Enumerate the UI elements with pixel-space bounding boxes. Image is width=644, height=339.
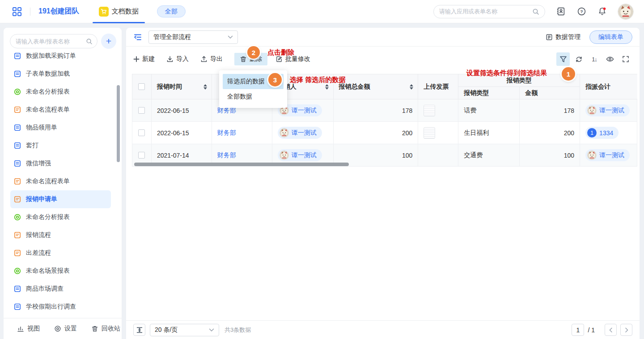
sidebar-item[interactable]: 未命名分析报表 bbox=[10, 83, 111, 101]
user-avatar[interactable] bbox=[618, 4, 633, 19]
menu-item-all-data[interactable]: 全部数据 bbox=[223, 89, 284, 104]
form-icon bbox=[14, 142, 21, 149]
invoice-thumbnail[interactable] bbox=[424, 127, 435, 139]
sort-toggle[interactable] bbox=[203, 84, 207, 90]
sidebar-item[interactable]: 微信增强 bbox=[10, 154, 111, 172]
import-icon bbox=[166, 56, 174, 63]
row-checkbox[interactable] bbox=[138, 107, 145, 114]
accountant-pill[interactable]: 谭一测试 bbox=[585, 104, 630, 116]
topbar-right: ? bbox=[433, 4, 644, 19]
export-button[interactable]: 导出 bbox=[200, 53, 223, 65]
sidebar-header: + bbox=[4, 31, 122, 51]
sidebar-item[interactable]: 数据加载采购订单 bbox=[10, 51, 111, 65]
header-type[interactable]: 报销类型 bbox=[458, 87, 520, 99]
page-size-value: 20 条/页 bbox=[155, 326, 178, 334]
sidebar-item[interactable]: 未命名分析报表 bbox=[10, 208, 111, 226]
user-avatar-small bbox=[587, 150, 597, 160]
import-button[interactable]: 导入 bbox=[166, 53, 189, 65]
horizontal-scrollbar[interactable] bbox=[134, 163, 349, 166]
form-search-input[interactable] bbox=[16, 38, 86, 45]
flow-form-icon bbox=[14, 106, 21, 113]
header-total[interactable]: 报销总金额 bbox=[334, 74, 419, 99]
help-icon[interactable]: ? bbox=[577, 7, 586, 16]
topbar-left: 191创建团队 文档数据 全部 bbox=[0, 0, 186, 23]
contacts-icon[interactable] bbox=[556, 7, 566, 16]
notification-bell-icon[interactable] bbox=[597, 7, 607, 16]
user-pill[interactable]: 谭一测试 bbox=[278, 149, 322, 161]
new-label: 新建 bbox=[142, 55, 155, 63]
cell-type: 交通费 bbox=[458, 144, 520, 166]
row-checkbox[interactable] bbox=[138, 152, 145, 159]
cell-invoice bbox=[418, 99, 458, 121]
sidebar-item[interactable]: 未命名流程表单 bbox=[10, 172, 111, 190]
sidebar-item[interactable]: 未命名流程表单 bbox=[10, 101, 111, 119]
report-icon bbox=[14, 267, 21, 275]
sidebar-item-label: 出差流程 bbox=[26, 249, 51, 257]
table-tools: 1↓ bbox=[556, 52, 632, 66]
invoice-thumbnail[interactable] bbox=[424, 105, 435, 116]
row-checkbox[interactable] bbox=[138, 129, 145, 136]
header-invoice[interactable]: 上传发票 bbox=[418, 74, 458, 99]
sidebar-item[interactable]: 报销申请单 bbox=[10, 190, 111, 208]
sidebar-item[interactable]: 套打 bbox=[10, 137, 111, 154]
sidebar-scrollbar[interactable] bbox=[117, 85, 120, 162]
accountant-phone-pill[interactable]: 1 1334 bbox=[585, 127, 619, 139]
sidebar-item[interactable]: 子表单数据加载 bbox=[10, 65, 111, 83]
cell-invoice bbox=[418, 144, 458, 166]
sidebar-item[interactable]: 报销流程 bbox=[10, 226, 111, 244]
team-name[interactable]: 191创建团队 bbox=[38, 7, 79, 16]
data-manage-button[interactable]: 数据管理 bbox=[546, 33, 580, 41]
filter-icon[interactable] bbox=[556, 52, 570, 66]
global-search-input[interactable] bbox=[439, 8, 532, 15]
table-row: 2022-06-15 财务部 谭一测试 200 生日福利 200 bbox=[132, 122, 637, 144]
cell-dept: 财务部 bbox=[212, 122, 272, 144]
page-number-input[interactable] bbox=[572, 324, 584, 336]
row-sort-icon[interactable]: 1↓ bbox=[588, 52, 601, 66]
app-tab[interactable]: 文档数据 bbox=[93, 0, 145, 23]
header-date[interactable]: 报销时间 bbox=[152, 74, 212, 99]
tab-all[interactable]: 全部 bbox=[157, 5, 186, 17]
sidebar-item[interactable]: 商品市场调查 bbox=[10, 280, 111, 298]
dept-link[interactable]: 财务部 bbox=[217, 151, 236, 159]
sidebar-item[interactable]: 学校假期出行调查 bbox=[10, 298, 111, 316]
dept-link[interactable]: 财务部 bbox=[217, 129, 236, 137]
sort-toggle[interactable] bbox=[325, 84, 329, 90]
edit-form-button[interactable]: 编辑表单 bbox=[589, 30, 632, 44]
next-page-button[interactable] bbox=[620, 324, 632, 336]
add-form-button[interactable]: + bbox=[101, 34, 116, 49]
form-search[interactable] bbox=[10, 34, 97, 48]
refresh-icon[interactable] bbox=[572, 52, 585, 66]
pagination-controls: / 1 bbox=[572, 324, 632, 336]
page-size-select[interactable]: 20 条/页 bbox=[150, 324, 219, 336]
sidebar-item-label: 未命名流程表单 bbox=[26, 177, 70, 185]
sort-toggle[interactable] bbox=[410, 84, 413, 90]
row-height-button[interactable] bbox=[133, 324, 145, 336]
flow-form-icon bbox=[14, 178, 21, 185]
cell-amount: 178 bbox=[520, 99, 580, 121]
header-amount[interactable]: 金额 bbox=[520, 87, 580, 99]
import-label: 导入 bbox=[176, 55, 189, 63]
cell-date: 2022-06-15 bbox=[152, 99, 212, 121]
sidebar-item[interactable]: 物品领用单 bbox=[10, 119, 111, 137]
new-button[interactable]: 新建 bbox=[133, 53, 155, 65]
recycle-bin-button[interactable]: 回收站 bbox=[91, 325, 120, 333]
user-pill[interactable]: 谭一测试 bbox=[278, 127, 322, 139]
select-all-checkbox[interactable] bbox=[138, 83, 145, 90]
cell-invoice bbox=[418, 122, 458, 144]
collapse-sidebar-icon[interactable] bbox=[133, 33, 142, 42]
flow-scope-select[interactable]: 管理全部流程 bbox=[148, 30, 238, 44]
global-search[interactable] bbox=[433, 5, 545, 18]
form-icon bbox=[14, 124, 21, 131]
sidebar-item-label: 未命名分析报表 bbox=[26, 213, 70, 221]
sidebar-item[interactable]: 未命名场景报表 bbox=[10, 262, 111, 280]
settings-button[interactable]: 设置 bbox=[54, 325, 77, 333]
views-button[interactable]: 视图 bbox=[17, 325, 40, 333]
fullscreen-icon[interactable] bbox=[619, 52, 632, 66]
sidebar-item[interactable]: 出差流程 bbox=[10, 244, 111, 262]
app-root: 191创建团队 文档数据 全部 ? bbox=[0, 0, 644, 339]
apps-grid-icon[interactable] bbox=[12, 7, 22, 17]
accountant-pill[interactable]: 谭一测试 bbox=[585, 149, 630, 161]
prev-page-button[interactable] bbox=[605, 324, 617, 336]
header-accountant[interactable]: 指派会计 bbox=[580, 74, 637, 99]
column-visibility-eye-icon[interactable] bbox=[603, 52, 617, 66]
